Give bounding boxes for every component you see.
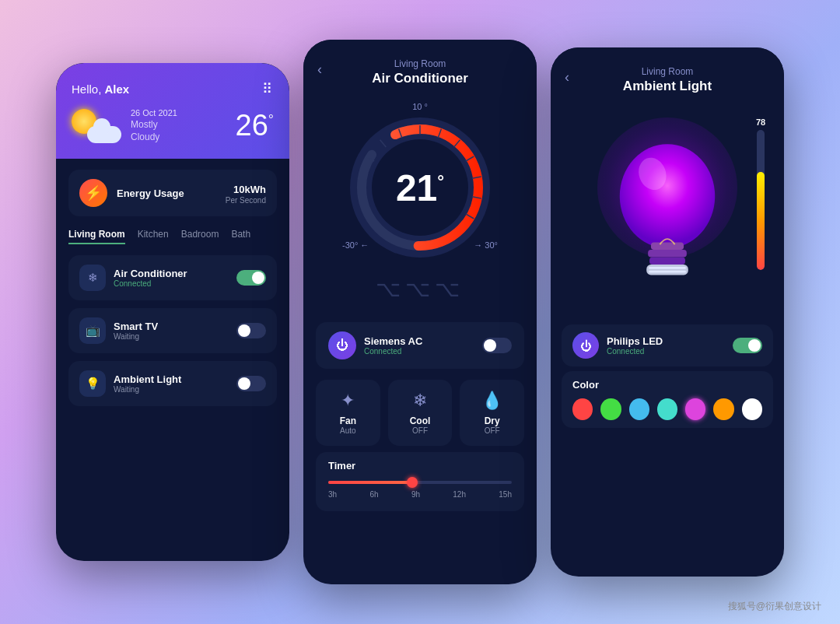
device-light-info: Ambient Light Waiting xyxy=(114,373,181,394)
brightness-slider[interactable]: 78 xyxy=(753,117,768,304)
color-teal[interactable] xyxy=(657,398,677,420)
lightning-icon: ⚡ xyxy=(85,184,102,202)
tv-icon-wrap: 📺 xyxy=(79,317,106,344)
color-swatches xyxy=(572,398,762,420)
dots-icon[interactable]: ⠿ xyxy=(262,80,274,97)
device-smart-tv: 📺 Smart TV Waiting xyxy=(68,308,277,353)
greeting-text: Hello, xyxy=(72,82,105,96)
tab-bath[interactable]: Bath xyxy=(231,229,250,244)
ac2-toggle[interactable] xyxy=(482,338,512,353)
light-icon: 💡 xyxy=(86,377,100,391)
color-red[interactable] xyxy=(572,398,593,420)
cool-icon: ❄ xyxy=(399,391,442,411)
device-ambient-light: 💡 Ambient Light Waiting xyxy=(68,361,277,406)
temperature-dial[interactable]: 10 ° xyxy=(334,102,506,273)
phone-2: ‹ Living Room Air Conditioner 10 ° xyxy=(303,40,537,584)
weather-desc: MostlyCloudy xyxy=(131,119,177,143)
mode-fan[interactable]: ✦ Fan Auto xyxy=(316,380,380,446)
svg-rect-18 xyxy=(646,265,688,275)
ac-device-row: ⏻ Siemens AC Connected xyxy=(316,322,524,369)
device-tv-info: Smart TV Waiting xyxy=(114,321,158,341)
light-toggle[interactable] xyxy=(236,376,266,391)
svg-rect-17 xyxy=(649,258,685,265)
brightness-value: 78 xyxy=(756,117,765,127)
timer-knob[interactable] xyxy=(407,477,418,488)
color-section: Color xyxy=(562,371,773,428)
dial-max-label: → 30° xyxy=(474,240,498,250)
color-orange[interactable] xyxy=(713,398,733,420)
p3-header: ‹ Living Room Ambient Light xyxy=(551,47,784,102)
weather-widget: 26 Oct 2021 MostlyCloudy 26° xyxy=(72,108,274,143)
weather-icon xyxy=(72,109,121,143)
p2-back-button[interactable]: ‹ xyxy=(317,61,322,78)
tab-living-room[interactable]: Living Room xyxy=(68,229,125,244)
led-power-button[interactable]: ⏻ xyxy=(572,332,599,359)
svg-rect-19 xyxy=(649,267,686,269)
timer-section: Timer 3h 6h 9h 12h 15h xyxy=(316,452,524,511)
mark-9h: 9h xyxy=(411,490,420,499)
p1-greeting: Hello, Alex xyxy=(72,82,129,96)
color-purple[interactable] xyxy=(685,398,705,420)
color-label: Color xyxy=(572,379,762,391)
color-blue[interactable] xyxy=(629,398,649,420)
timer-marks: 3h 6h 9h 12h 15h xyxy=(328,490,512,499)
timer-fill xyxy=(328,481,411,484)
led-name: Philips LED xyxy=(607,335,663,347)
temperature-display: 26° xyxy=(236,109,274,142)
mark-3h: 3h xyxy=(328,490,337,499)
svg-rect-20 xyxy=(649,271,686,273)
mark-6h: 6h xyxy=(369,490,378,499)
dry-icon: 💧 xyxy=(471,391,513,411)
p2-room-label: Living Room xyxy=(319,58,521,69)
led-power-icon: ⏻ xyxy=(580,339,592,352)
p3-back-button[interactable]: ‹ xyxy=(565,69,569,86)
username: Alex xyxy=(105,82,130,96)
mode-cool[interactable]: ❄ Cool OFF xyxy=(388,380,453,446)
mode-dry[interactable]: 💧 Dry OFF xyxy=(460,380,524,446)
tv-toggle[interactable] xyxy=(236,323,266,338)
brightness-track xyxy=(757,130,765,270)
tab-badroom[interactable]: Badroom xyxy=(181,229,219,244)
led-status: Connected xyxy=(607,347,663,356)
p1-hello-row: Hello, Alex ⠿ xyxy=(72,80,274,97)
ac-toggle[interactable] xyxy=(236,270,266,286)
dial-top-label: 10 ° xyxy=(412,102,428,111)
bulb-svg xyxy=(605,129,730,300)
fan-icon: ✦ xyxy=(327,391,369,411)
p2-page-title: Air Conditioner xyxy=(319,71,521,86)
p3-room-label: Living Room xyxy=(566,66,768,77)
cloud-icon xyxy=(87,126,121,143)
p1-body: ⚡ Energy Usage 10kWh Per Second Living R… xyxy=(56,159,289,425)
led-toggle[interactable] xyxy=(733,338,762,353)
p2-header: ‹ Living Room Air Conditioner xyxy=(303,40,537,94)
brand-icon: ⌥⌥⌥ xyxy=(376,276,464,302)
energy-value-wrap: 10kWh Per Second xyxy=(226,182,266,205)
weather-info: 26 Oct 2021 MostlyCloudy xyxy=(131,108,177,143)
watermark: 搜狐号@衍果创意设计 xyxy=(728,600,821,613)
device-ac-info: Air Conditioner Connected xyxy=(114,268,187,288)
ac-modes: ✦ Fan Auto ❄ Cool OFF 💧 Dry OFF xyxy=(303,373,537,452)
timer-label: Timer xyxy=(328,460,512,472)
timer-track xyxy=(328,481,512,484)
room-tabs: Living Room Kitchen Badroom Bath xyxy=(68,229,277,244)
ac-power-button[interactable]: ⏻ xyxy=(328,331,356,359)
light-icon-wrap: 💡 xyxy=(79,370,106,397)
led-device-row: ⏻ Philips LED Connected xyxy=(562,324,773,366)
phones-container: Hello, Alex ⠿ 26 Oct 2021 MostlyCloudy 2… xyxy=(56,40,784,584)
p3-page-title: Ambient Light xyxy=(566,79,768,94)
brightness-fill xyxy=(757,172,765,270)
bulb-area: 78 xyxy=(551,102,784,320)
color-white[interactable] xyxy=(742,398,762,420)
temperature-value: 21° xyxy=(396,167,444,209)
color-green[interactable] xyxy=(600,398,621,420)
ac-status: Connected xyxy=(364,347,422,356)
energy-icon-wrap: ⚡ xyxy=(79,179,107,207)
weather-date: 26 Oct 2021 xyxy=(131,108,177,117)
ac-icon: ❄ xyxy=(88,271,98,285)
energy-usage-card: ⚡ Energy Usage 10kWh Per Second xyxy=(68,170,277,216)
dial-min-label: -30° ← xyxy=(342,240,369,250)
tv-icon: 📺 xyxy=(86,324,100,338)
tab-kitchen[interactable]: Kitchen xyxy=(138,229,169,244)
led-device-info: Philips LED Connected xyxy=(607,335,663,356)
svg-rect-16 xyxy=(648,250,687,258)
